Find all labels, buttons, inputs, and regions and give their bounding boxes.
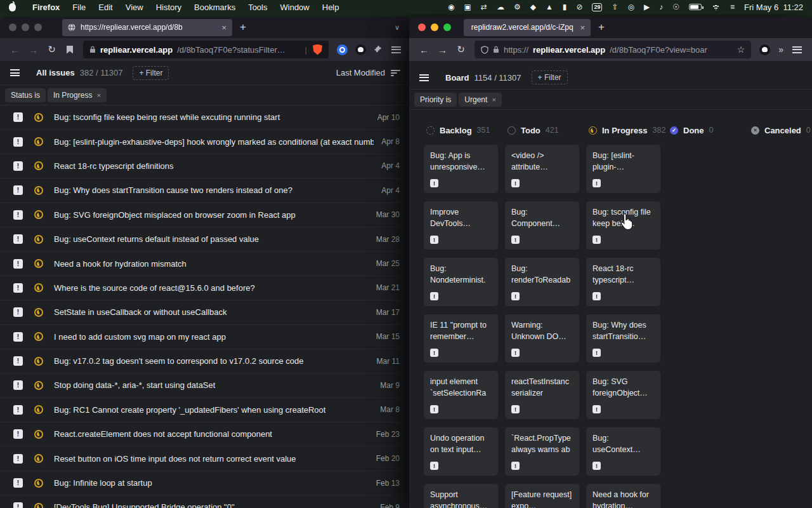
github-extension-icon[interactable]	[355, 44, 366, 55]
kanban-card[interactable]: Bug: renderToReadab !	[505, 258, 579, 306]
issue-row[interactable]: ! Bug: SVG foreignObject misplaced on br…	[0, 203, 411, 227]
menubar-item[interactable]: View	[119, 3, 150, 12]
address-bar[interactable]: repliear.vercel.app/d/8bTaoq7F0e?statusF…	[83, 41, 329, 58]
battery-icon[interactable]	[689, 4, 702, 10]
kanban-card[interactable]: Bug: Nondeterminist. !	[424, 258, 498, 306]
power-icon[interactable]: ◎	[628, 3, 634, 11]
forward-button[interactable]: →	[434, 44, 451, 55]
onepassword-extension-icon[interactable]	[337, 44, 348, 55]
menubar-item[interactable]: Tools	[242, 3, 273, 12]
browser-menu-icon[interactable]	[792, 46, 802, 53]
kanban-card[interactable]: Bug: SVG foreignObject… !	[586, 371, 660, 419]
cloud-icon[interactable]: ☁	[497, 3, 504, 11]
zoom-window-button[interactable]	[443, 23, 451, 31]
tab-close-icon[interactable]: ×	[580, 23, 585, 32]
window-manager-icon[interactable]: ▮	[563, 3, 567, 11]
back-button[interactable]: ←	[6, 44, 23, 55]
issue-row[interactable]: ! Bug: Why does startTransition cause tw…	[0, 178, 411, 203]
kanban-card[interactable]: Improve DevTools… !	[424, 201, 498, 250]
issue-row[interactable]: ! Bug: useContext returns default instea…	[0, 227, 411, 251]
menubar-item[interactable]: Window	[274, 3, 316, 12]
wifi-icon[interactable]	[711, 4, 721, 11]
kanban-card[interactable]: reactTestInstanc serializer !	[505, 371, 579, 419]
browser-menu-icon[interactable]	[391, 46, 401, 53]
menubar-clock[interactable]: Fri May 6 11:22	[744, 3, 803, 12]
kanban-card[interactable]: <video /> attribute… !	[505, 145, 579, 193]
dropbox-icon[interactable]: ◆	[530, 3, 536, 11]
list-tabs-chevron-icon[interactable]: ∨	[395, 23, 400, 32]
uploader-icon[interactable]: ⇧	[612, 3, 618, 11]
issue-row[interactable]: ! Stop doing data-*, aria-*, start using…	[0, 373, 411, 398]
volume-icon[interactable]: ♪	[659, 3, 663, 11]
github-extension-icon[interactable]	[759, 44, 770, 55]
kanban-card[interactable]: IE 11 "prompt to remember… !	[424, 314, 498, 363]
issue-row[interactable]: ! Reset button on iOS time input does no…	[0, 446, 411, 471]
do-not-disturb-icon[interactable]: ⊘	[576, 3, 582, 11]
filter-chip[interactable]: Priority is	[414, 93, 457, 107]
kanban-card[interactable]: input element `setSelectionRa !	[424, 371, 498, 419]
back-button[interactable]: ←	[416, 44, 433, 55]
filter-chip[interactable]: Urgent ×	[459, 93, 501, 107]
add-filter-button[interactable]: + Filter	[532, 70, 568, 84]
extensions-puzzle-icon[interactable]	[374, 45, 383, 55]
issue-row[interactable]: ! Bug: RC1 Cannot create property '_upda…	[0, 398, 411, 422]
address-bar[interactable]: https://repliear.vercel.app/d/8bTaoq7F0e…	[475, 41, 751, 58]
new-tab-button[interactable]: +	[591, 21, 612, 34]
kanban-card[interactable]: React 18-rc typescript… !	[586, 258, 660, 306]
reload-button[interactable]: ↻	[452, 44, 469, 55]
kanban-card[interactable]: Support asynchronous… !	[424, 484, 498, 508]
new-tab-button[interactable]: +	[232, 21, 254, 34]
bookmark-star-icon[interactable]: ☆	[737, 44, 745, 55]
tab-close-icon[interactable]: ×	[221, 23, 226, 32]
issue-row[interactable]: ! Bug: tsconfig file keep being reset wh…	[0, 105, 411, 130]
brave-shield-icon[interactable]	[313, 44, 322, 55]
issue-row[interactable]: ! Need a hook for hydration mismatch Mar…	[0, 251, 411, 276]
issue-row[interactable]: ! React 18-rc typescript definitions Apr…	[0, 154, 411, 178]
menubar-item[interactable]: History	[150, 3, 188, 12]
issue-row[interactable]: ! React.createElement does not accept fu…	[0, 422, 411, 446]
play-icon[interactable]: ▶	[644, 3, 650, 11]
minimize-window-button[interactable]	[431, 23, 438, 31]
kanban-card[interactable]: Need a hook for hydration… !	[586, 484, 660, 508]
kanban-card[interactable]: Warning: Unknown DO… !	[505, 314, 579, 363]
issue-row[interactable]: ! I need to add custom svg map on my rea…	[0, 325, 411, 349]
filter-chip[interactable]: In Progress ×	[48, 88, 107, 102]
screen-record-icon[interactable]: ◉	[448, 3, 454, 11]
onepassword-icon[interactable]: ▲	[546, 3, 553, 11]
close-window-button[interactable]	[9, 23, 16, 31]
siri-icon[interactable]: ☉	[672, 3, 679, 11]
menubar-item[interactable]: Edit	[92, 3, 119, 12]
menubar-item[interactable]: Help	[316, 3, 346, 12]
kanban-card[interactable]: Bug: Why does startTransitio… !	[586, 314, 660, 363]
filter-chip[interactable]: Status is	[5, 88, 46, 102]
close-window-button[interactable]	[418, 23, 426, 31]
issue-row[interactable]: ! SetState in useCallback or without use…	[0, 300, 411, 324]
zoom-window-button[interactable]	[34, 23, 42, 31]
issue-row[interactable]: ! Bug: [eslint-plugin-exhaustive-deps] h…	[0, 130, 411, 154]
camera-icon[interactable]: ▣	[464, 3, 471, 11]
kanban-card[interactable]: Bug: useContext… !	[586, 427, 660, 476]
app-sidebar-menu-icon[interactable]	[419, 74, 429, 81]
issue-row[interactable]: ! [DevTools Bug] Unsupported Bridge oper…	[0, 495, 411, 508]
reload-button[interactable]: ↻	[43, 44, 60, 55]
docker-icon[interactable]: ⚙	[514, 3, 521, 11]
browser-tab[interactable]: replidraw2.vercel.app/d/c-iZpq ×	[464, 19, 591, 36]
sort-control[interactable]: Last Modified	[336, 68, 401, 77]
menubar-item[interactable]: Firefox	[26, 3, 66, 12]
menubar-item[interactable]: Bookmarks	[188, 3, 242, 12]
issue-row[interactable]: ! Bug: Infinite loop at startup Feb 13	[0, 471, 411, 495]
kanban-card[interactable]: Bug: tsconfig file keep bein… !	[586, 201, 660, 250]
tracking-shield-icon[interactable]	[481, 46, 488, 54]
calendar-icon[interactable]: 29	[592, 3, 602, 11]
apple-logo-icon[interactable]	[9, 3, 16, 11]
kanban-card[interactable]: Bug: Component… !	[505, 201, 579, 250]
issue-row[interactable]: ! Bug: v17.0.2 tag doesn't seem to corre…	[0, 349, 411, 373]
minimize-window-button[interactable]	[22, 23, 29, 31]
menubar-item[interactable]: File	[66, 3, 92, 12]
kanban-card[interactable]: Bug: App is unresponsive… !	[424, 145, 498, 193]
issue-row[interactable]: ! Where is the source code of react@15.6…	[0, 276, 411, 300]
add-filter-button[interactable]: + Filter	[133, 66, 169, 80]
kanban-card[interactable]: `React.PropType always warns ab !	[505, 427, 579, 476]
toolbar-overflow-icon[interactable]: »	[775, 44, 787, 55]
remove-filter-icon[interactable]: ×	[492, 96, 495, 104]
